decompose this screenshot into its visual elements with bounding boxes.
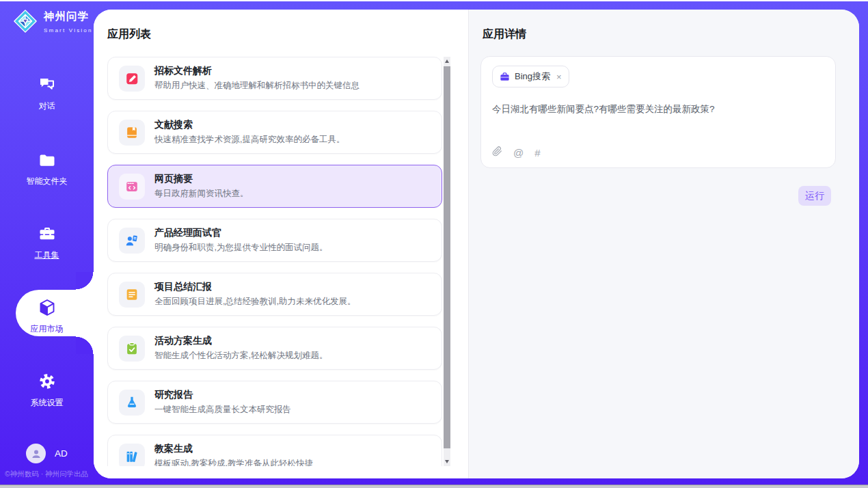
cube-icon (38, 298, 57, 317)
scroll-down-button[interactable] (444, 457, 450, 466)
brand-logo: 神州问学 Smart Vision (12, 8, 94, 37)
prompt-input[interactable]: 今日湖北有哪些新闻要点?有哪些需要关注的最新政策? (492, 103, 824, 116)
app-description: 全面回顾项目进展,总结经验教训,助力未来优化发展。 (154, 296, 355, 308)
sidebar: 神州问学 Smart Vision 对话 智能文件夹 (0, 0, 94, 488)
window-bottom-edge (0, 485, 868, 488)
paperclip-icon[interactable] (492, 146, 502, 159)
folder-icon (38, 150, 57, 170)
scroll-up-button[interactable] (444, 57, 450, 66)
app-description: 快速精准查找学术资源,提高研究效率的必备工具。 (154, 134, 344, 146)
list-item-bid-document-analysis[interactable]: 招标文件解析 帮助用户快速、准确地理解和解析招标书中的关键信息 (107, 57, 442, 100)
run-button[interactable]: 运行 (798, 186, 831, 206)
clipboard-check-icon (119, 336, 145, 362)
gem-logo-icon (12, 8, 38, 37)
app-list-panel: 应用列表 招标文件解析 帮助用户快速、准确地理解和解析招标书中的关键信息 (94, 10, 468, 478)
app-list: 招标文件解析 帮助用户快速、准确地理解和解析招标书中的关键信息 文献搜索 (107, 57, 442, 466)
sidebar-item-label: 对话 (0, 100, 94, 112)
sidebar-item-label: 应用市场 (0, 323, 94, 335)
edit-square-icon (119, 66, 145, 92)
at-mention-icon[interactable]: @ (513, 147, 524, 159)
close-icon[interactable]: × (556, 72, 562, 82)
briefcase-icon (500, 72, 510, 82)
content-card: 应用列表 招标文件解析 帮助用户快速、准确地理解和解析招标书中的关键信息 (94, 10, 859, 478)
list-item-research-report[interactable]: 研究报告 一键智能生成高质量长文本研究报告 (107, 381, 442, 424)
sidebar-item-smart-folder[interactable]: 智能文件夹 (0, 150, 94, 187)
sidebar-item-settings[interactable]: 系统设置 (0, 372, 94, 409)
app-list-title: 应用列表 (107, 27, 151, 42)
user-account[interactable]: AD (26, 444, 68, 463)
sidebar-item-label: 智能文件夹 (0, 176, 94, 187)
brand-subtitle: Smart Vision (44, 27, 93, 33)
app-title: 网页摘要 (154, 173, 249, 185)
list-item-event-plan-generation[interactable]: 活动方案生成 智能生成个性化活动方案,轻松解决规划难题。 (107, 327, 442, 370)
app-title: 活动方案生成 (154, 335, 327, 347)
toolbox-icon (38, 224, 57, 243)
app-title: 教案生成 (154, 443, 313, 455)
interviewer-icon (119, 228, 145, 254)
chat-icon (38, 75, 57, 94)
tool-tag-bing-search[interactable]: Bing搜索 × (492, 66, 569, 87)
books-icon (119, 444, 145, 467)
app-window: 神州问学 Smart Vision 对话 智能文件夹 (0, 0, 868, 488)
book-icon (119, 120, 145, 146)
app-description: 明确身份和职责,为您提供专业性的面试问题。 (154, 242, 327, 254)
list-item-lesson-plan-generation[interactable]: 教案生成 模板驱动,教案秒成,教学准备从此轻松快捷 (107, 435, 442, 466)
app-description: 每日政府新闻资讯快查。 (154, 188, 249, 200)
app-description: 一键智能生成高质量长文本研究报告 (154, 404, 291, 416)
app-title: 文献搜索 (154, 119, 344, 131)
tool-tag-label: Bing搜索 (515, 70, 550, 83)
composer-toolbar: @ # (492, 146, 541, 159)
app-description: 模板驱动,教案秒成,教学准备从此轻松快捷 (154, 458, 313, 466)
scrollbar-thumb[interactable] (444, 66, 450, 448)
gear-icon (38, 372, 57, 391)
app-title: 招标文件解析 (154, 65, 360, 77)
person-icon (31, 448, 42, 459)
app-title: 产品经理面试官 (154, 227, 327, 239)
app-description: 智能生成个性化活动方案,轻松解决规划难题。 (154, 350, 327, 362)
app-detail-panel: 应用详情 Bing搜索 × 今日湖北有哪些新闻要点?有哪些需要关注的最新政策? (468, 10, 859, 478)
app-detail-title: 应用详情 (483, 27, 526, 42)
sidebar-item-chat[interactable]: 对话 (0, 75, 94, 112)
memo-icon (119, 282, 145, 308)
brand-name: 神州问学 (44, 10, 89, 22)
list-item-webpage-summary[interactable]: 网页摘要 每日政府新闻资讯快查。 (107, 165, 442, 208)
list-item-literature-search[interactable]: 文献搜索 快速精准查找学术资源,提高研究效率的必备工具。 (107, 111, 442, 154)
research-icon (119, 390, 145, 416)
app-list-scrollbar[interactable] (444, 57, 450, 466)
app-title: 研究报告 (154, 389, 291, 401)
webpage-code-icon (119, 174, 145, 200)
sidebar-item-app-market[interactable]: 应用市场 (0, 298, 94, 335)
user-initials: AD (55, 448, 68, 459)
sidebar-item-label: 系统设置 (0, 397, 94, 409)
list-item-pm-interviewer[interactable]: 产品经理面试官 明确身份和职责,为您提供专业性的面试问题。 (107, 219, 442, 262)
avatar (26, 444, 46, 463)
app-description: 帮助用户快速、准确地理解和解析招标书中的关键信息 (154, 80, 360, 92)
app-title: 项目总结汇报 (154, 281, 355, 293)
prompt-composer[interactable]: Bing搜索 × 今日湖北有哪些新闻要点?有哪些需要关注的最新政策? @ # (480, 56, 836, 168)
hash-tag-icon[interactable]: # (534, 147, 540, 159)
copyright-text: ©神州数码 · 神州问学出品 (4, 470, 94, 479)
list-item-project-summary-report[interactable]: 项目总结汇报 全面回顾项目进展,总结经验教训,助力未来优化发展。 (107, 273, 442, 316)
up-arrow-icon (445, 59, 449, 63)
down-arrow-icon (445, 460, 449, 463)
sidebar-item-label: 工具集 (0, 249, 94, 261)
sidebar-item-toolset[interactable]: 工具集 (0, 224, 94, 261)
